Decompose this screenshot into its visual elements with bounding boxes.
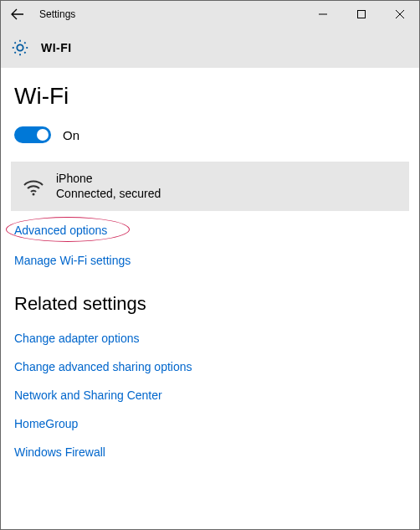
svg-rect-0 (358, 11, 366, 18)
close-button[interactable] (381, 1, 419, 28)
manage-wifi-settings-link[interactable]: Manage Wi-Fi settings (14, 254, 131, 267)
section-title: WI-FI (41, 41, 72, 54)
window-controls (304, 1, 419, 28)
network-text: iPhone Connected, secured (56, 172, 161, 201)
content-area: Wi-Fi On iPhone Connected, secured Advan… (1, 68, 419, 459)
network-status: Connected, secured (56, 187, 161, 202)
back-arrow-icon (11, 8, 24, 21)
homegroup-link[interactable]: HomeGroup (14, 417, 406, 430)
network-sharing-center-link[interactable]: Network and Sharing Center (14, 388, 406, 402)
windows-firewall-link[interactable]: Windows Firewall (14, 445, 406, 459)
titlebar: Settings (1, 1, 419, 28)
gear-icon (11, 39, 29, 57)
change-advanced-sharing-link[interactable]: Change advanced sharing options (14, 360, 406, 373)
window-title: Settings (34, 8, 75, 20)
advanced-options-link[interactable]: Advanced options (14, 224, 107, 237)
network-name: iPhone (56, 172, 161, 187)
advanced-options-block: Advanced options (14, 223, 406, 238)
toggle-label: On (63, 128, 79, 142)
svg-point-1 (33, 193, 35, 195)
network-item[interactable]: iPhone Connected, secured (11, 162, 409, 211)
section-header: WI-FI (1, 28, 419, 68)
manage-wifi-block: Manage Wi-Fi settings (14, 253, 406, 268)
wifi-signal-icon (23, 178, 44, 196)
maximize-button[interactable] (342, 1, 381, 28)
related-settings-heading: Related settings (14, 293, 406, 315)
wifi-toggle[interactable] (14, 126, 51, 143)
back-button[interactable] (1, 1, 34, 28)
change-adapter-options-link[interactable]: Change adapter options (14, 332, 406, 345)
toggle-knob (37, 129, 49, 141)
minimize-button[interactable] (304, 1, 342, 28)
wifi-toggle-row: On (14, 126, 406, 143)
page-title: Wi-Fi (14, 83, 406, 110)
